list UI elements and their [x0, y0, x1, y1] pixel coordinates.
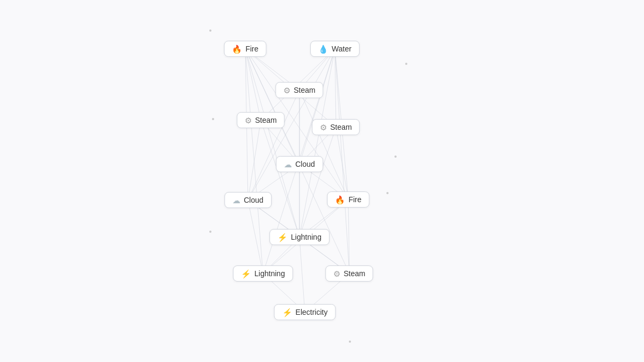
svg-line-23 [248, 120, 261, 200]
node-steam4[interactable]: ⚙Steam [325, 265, 373, 282]
svg-line-36 [348, 200, 349, 274]
svg-line-27 [299, 127, 336, 237]
node-label-fire2: Fire [348, 195, 361, 204]
decorative-dot-4 [386, 192, 389, 194]
node-label-cloud2: Cloud [244, 196, 264, 204]
node-label-steam2: Steam [255, 116, 276, 124]
decorative-dot-1 [405, 63, 407, 65]
node-icon-fire1: 🔥 [232, 45, 242, 53]
node-icon-lightning2: ⚡ [241, 270, 251, 278]
svg-line-12 [299, 49, 335, 164]
node-fire1[interactable]: 🔥Fire [224, 41, 266, 57]
node-label-steam4: Steam [343, 269, 365, 278]
decorative-dot-2 [212, 118, 214, 120]
node-icon-steam4: ⚙ [333, 270, 340, 278]
decorative-dot-6 [349, 341, 351, 343]
node-icon-fire2: 🔥 [335, 196, 345, 204]
graph-container: 🔥Fire💧Water⚙Steam⚙Steam⚙Steam☁Cloud☁Clou… [0, 0, 644, 362]
node-fire2[interactable]: 🔥Fire [327, 191, 369, 208]
node-water1[interactable]: 💧Water [310, 41, 360, 57]
node-cloud1[interactable]: ☁Cloud [276, 156, 323, 172]
node-label-steam1: Steam [294, 86, 315, 94]
node-label-fire1: Fire [245, 45, 258, 53]
node-steam2[interactable]: ⚙Steam [237, 112, 284, 128]
svg-line-17 [335, 49, 349, 274]
node-icon-electricity1: ⚡ [282, 308, 292, 316]
svg-line-32 [248, 200, 263, 274]
decorative-dot-3 [394, 156, 397, 158]
node-icon-steam2: ⚙ [245, 116, 252, 124]
node-lightning1[interactable]: ⚡Lightning [269, 229, 330, 245]
svg-line-15 [299, 49, 335, 237]
node-icon-steam1: ⚙ [283, 86, 290, 94]
node-steam3[interactable]: ⚙Steam [312, 119, 360, 135]
svg-line-3 [245, 49, 299, 164]
node-steam1[interactable]: ⚙Steam [275, 82, 323, 98]
svg-line-24 [261, 120, 299, 237]
node-icon-steam3: ⚙ [320, 123, 327, 131]
svg-line-11 [335, 49, 336, 127]
svg-line-39 [299, 237, 305, 312]
node-lightning2[interactable]: ⚡Lightning [233, 265, 293, 282]
node-label-lightning1: Lightning [291, 233, 321, 241]
node-label-electricity1: Electricity [296, 308, 328, 316]
node-label-cloud1: Cloud [295, 160, 315, 168]
node-icon-cloud2: ☁ [232, 196, 240, 204]
node-icon-cloud1: ☁ [284, 160, 292, 168]
node-icon-lightning1: ⚡ [277, 233, 288, 241]
svg-line-6 [245, 49, 299, 237]
svg-line-19 [248, 90, 299, 200]
decorative-dot-0 [209, 29, 211, 32]
svg-line-20 [299, 90, 348, 200]
node-icon-water1: 💧 [318, 45, 328, 53]
node-label-lightning2: Lightning [254, 269, 285, 278]
svg-line-1 [245, 49, 261, 120]
svg-line-26 [336, 127, 348, 200]
node-label-water1: Water [332, 45, 352, 53]
node-electricity1[interactable]: ⚡Electricity [274, 304, 336, 320]
decorative-dot-5 [209, 231, 211, 233]
svg-line-7 [245, 49, 263, 274]
node-label-steam3: Steam [330, 123, 352, 131]
node-cloud2[interactable]: ☁Cloud [224, 192, 272, 208]
